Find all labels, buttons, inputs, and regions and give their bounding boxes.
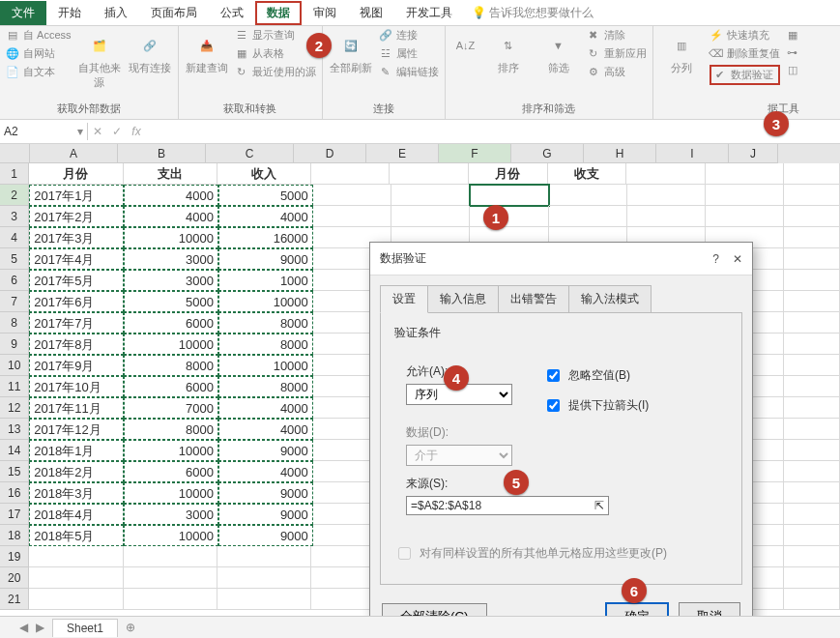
cell[interactable] <box>470 185 548 206</box>
cell[interactable]: 3000 <box>124 504 218 525</box>
cell[interactable] <box>391 206 470 227</box>
row-header[interactable]: 18 <box>0 525 29 546</box>
row-header[interactable]: 5 <box>0 248 29 270</box>
cell[interactable]: 4000 <box>124 185 218 206</box>
tab-review[interactable]: 审阅 <box>302 1 348 25</box>
cell[interactable] <box>124 589 217 610</box>
row-header[interactable]: 19 <box>0 546 29 567</box>
cell[interactable]: 2018年2月 <box>29 461 124 482</box>
cell[interactable]: 2018年3月 <box>29 482 124 504</box>
col-header-E[interactable]: E <box>366 144 439 163</box>
help-icon[interactable]: ? <box>712 252 719 266</box>
sheet-nav-prev[interactable]: ◀ <box>19 621 28 634</box>
dropdown-input[interactable] <box>547 399 560 412</box>
cell[interactable] <box>784 567 840 589</box>
cell[interactable]: 8000 <box>124 355 218 376</box>
row-header[interactable]: 4 <box>0 227 29 248</box>
cell[interactable]: 2017年11月 <box>29 397 124 419</box>
tab-insert[interactable]: 插入 <box>93 1 139 25</box>
cell[interactable]: 3000 <box>124 270 218 291</box>
add-sheet-icon[interactable]: ⊕ <box>126 621 135 634</box>
btn-recent-sources[interactable]: ↻最近使用的源 <box>235 65 316 79</box>
ignore-blank-input[interactable] <box>547 369 560 382</box>
btn-flash-fill[interactable]: ⚡快速填充 <box>710 28 780 43</box>
tab-file[interactable]: 文件 <box>0 1 46 25</box>
cell[interactable]: 2017年1月 <box>29 185 124 206</box>
cell[interactable]: 支出 <box>124 163 217 185</box>
row-header[interactable]: 21 <box>0 589 29 610</box>
select-all[interactable] <box>0 144 30 163</box>
dlg-tab-settings[interactable]: 设置 <box>380 285 428 313</box>
btn-remove-duplicates[interactable]: ⌫删除重复值 <box>710 46 780 61</box>
col-header-C[interactable]: C <box>206 144 294 163</box>
btn-clear-filter[interactable]: ✖清除 <box>587 28 647 43</box>
row-header[interactable]: 1 <box>0 163 29 185</box>
tab-data[interactable]: 数据 <box>255 1 302 25</box>
cell[interactable]: 2017年8月 <box>29 334 124 355</box>
cell[interactable]: 10000 <box>124 227 218 248</box>
cell[interactable] <box>706 206 784 227</box>
btn-sort[interactable]: ⇅排序 <box>486 28 531 75</box>
cell[interactable]: 4000 <box>124 206 218 227</box>
cell[interactable] <box>124 567 217 589</box>
tell-me-search[interactable]: 💡 告诉我您想要做什么 <box>472 5 594 21</box>
cell[interactable] <box>29 567 123 589</box>
col-header-D[interactable]: D <box>294 144 366 163</box>
formula-input[interactable] <box>146 130 840 133</box>
cell[interactable] <box>784 440 840 461</box>
dlg-tab-error[interactable]: 出错警告 <box>498 285 569 313</box>
tab-formulas[interactable]: 公式 <box>209 1 255 25</box>
cell[interactable]: 5000 <box>218 185 313 206</box>
cell[interactable]: 2018年4月 <box>29 504 124 525</box>
cell[interactable]: 4000 <box>218 461 313 482</box>
cell[interactable] <box>29 589 123 610</box>
btn-from-other[interactable]: 🗂️ 自其他来源 <box>77 28 122 90</box>
tab-home[interactable]: 开始 <box>46 1 93 25</box>
cell[interactable]: 2017年4月 <box>29 248 124 270</box>
cell[interactable] <box>784 546 840 567</box>
cell[interactable]: 10000 <box>218 355 313 376</box>
close-icon[interactable]: ✕ <box>733 252 742 266</box>
btn-filter[interactable]: ▼筛选 <box>536 28 581 75</box>
cell[interactable] <box>217 567 311 589</box>
btn-manage-model[interactable]: ◫ <box>786 63 799 76</box>
cell[interactable]: 月份 <box>29 163 123 185</box>
row-header[interactable]: 15 <box>0 461 29 482</box>
cell[interactable]: 收支 <box>548 163 627 185</box>
cell[interactable] <box>784 504 840 525</box>
cell[interactable] <box>784 419 840 440</box>
tab-view[interactable]: 视图 <box>348 1 394 25</box>
cell[interactable] <box>390 163 469 185</box>
col-header-H[interactable]: H <box>584 144 656 163</box>
cell[interactable]: 2018年5月 <box>29 525 124 546</box>
cell[interactable] <box>784 227 840 248</box>
cell[interactable] <box>784 163 840 185</box>
col-header-B[interactable]: B <box>118 144 206 163</box>
btn-reapply[interactable]: ↻重新应用 <box>587 46 647 61</box>
btn-consolidate[interactable]: ▦ <box>786 28 799 42</box>
fb-confirm[interactable]: ✓ <box>107 125 127 138</box>
row-header[interactable]: 14 <box>0 440 29 461</box>
cell[interactable]: 10000 <box>124 482 218 504</box>
cell[interactable]: 1000 <box>218 270 313 291</box>
fb-cancel[interactable]: ✕ <box>88 125 107 138</box>
row-header[interactable]: 13 <box>0 419 29 440</box>
cell[interactable]: 收入 <box>217 163 311 185</box>
btn-properties[interactable]: ☳属性 <box>379 46 439 61</box>
cell[interactable]: 2017年12月 <box>29 419 124 440</box>
cell[interactable] <box>549 206 627 227</box>
row-header[interactable]: 9 <box>0 334 29 355</box>
col-header-A[interactable]: A <box>30 144 118 163</box>
cell[interactable] <box>29 546 123 567</box>
cell[interactable] <box>784 376 840 397</box>
cell[interactable] <box>627 206 706 227</box>
row-header[interactable]: 12 <box>0 397 29 419</box>
cell[interactable] <box>311 163 391 185</box>
cell[interactable]: 8000 <box>218 334 313 355</box>
cell[interactable] <box>391 185 470 206</box>
btn-refresh-all[interactable]: 🔄 全部刷新 <box>329 28 373 75</box>
cell[interactable]: 16000 <box>218 227 313 248</box>
cell[interactable] <box>217 589 311 610</box>
cell[interactable] <box>784 270 840 291</box>
cell[interactable] <box>784 291 840 312</box>
